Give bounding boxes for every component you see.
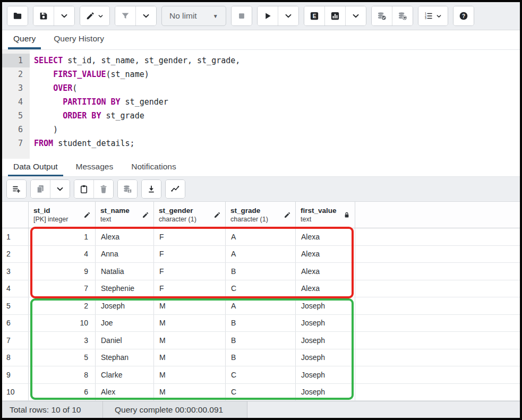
cell-st_gender[interactable]: F <box>154 280 226 297</box>
cell-st_name[interactable]: Alexa <box>96 228 154 245</box>
column-header-st_name[interactable]: st_nametext <box>96 202 154 228</box>
cell-st_grade[interactable]: A <box>226 246 296 263</box>
cell-first_value[interactable]: Alexa <box>296 246 355 263</box>
cell-st_gender[interactable]: M <box>154 297 226 314</box>
add-row-button[interactable] <box>7 180 26 198</box>
cell-st_id[interactable]: 7 <box>29 280 96 297</box>
delete-button[interactable] <box>93 180 113 198</box>
cell-first_value[interactable]: Joseph <box>296 384 355 401</box>
cell-first_value[interactable]: Joseph <box>296 315 355 332</box>
chevron-down-button[interactable] <box>50 180 70 198</box>
cell-st_name[interactable]: Joseph <box>96 297 154 314</box>
row-number-cell[interactable]: 3 <box>2 263 29 280</box>
cell-st_gender[interactable]: F <box>154 228 226 245</box>
chevron-down-button[interactable] <box>135 6 156 25</box>
rollback-button[interactable] <box>392 6 413 25</box>
chevron-down-button[interactable] <box>54 6 74 25</box>
sql-line[interactable]: OVER( <box>34 81 240 95</box>
cell-st_grade[interactable]: B <box>226 349 296 366</box>
sql-line[interactable]: ) <box>34 123 240 136</box>
row-number-cell[interactable]: 1 <box>2 228 29 245</box>
cell-st_grade[interactable]: C <box>226 384 296 401</box>
copy-button[interactable] <box>31 180 50 198</box>
cell-st_gender[interactable]: M <box>154 349 226 366</box>
row-number-cell[interactable]: 9 <box>2 366 29 383</box>
cell-first_value[interactable]: Alexa <box>296 280 355 297</box>
cell-first_value[interactable]: Joseph <box>296 297 355 314</box>
download-button[interactable] <box>142 180 161 198</box>
cell-st_name[interactable]: Anna <box>96 246 154 263</box>
cell-st_id[interactable]: 9 <box>29 263 96 280</box>
cell-st_name[interactable]: Natalia <box>96 263 154 280</box>
cell-st_name[interactable]: Clarke <box>96 366 154 383</box>
chart-line-button[interactable] <box>166 180 185 198</box>
cell-st_id[interactable]: 1 <box>29 228 96 245</box>
commit-button[interactable] <box>372 6 392 25</box>
cell-st_name[interactable]: Joe <box>96 315 154 332</box>
edit-button[interactable] <box>80 6 109 25</box>
cell-st_id[interactable]: 10 <box>29 315 96 332</box>
cell-st_id[interactable]: 3 <box>29 332 96 349</box>
help-button[interactable]: ? <box>453 6 474 25</box>
sql-line[interactable]: ORDER BY st_grade <box>34 109 240 123</box>
cell-st_id[interactable]: 2 <box>29 297 96 314</box>
cell-st_id[interactable]: 4 <box>29 246 96 263</box>
cell-first_value[interactable]: Alexa <box>296 228 355 245</box>
cell-st_id[interactable]: 6 <box>29 384 96 401</box>
sql-line[interactable]: FIRST_VALUE(st_name) <box>34 67 240 81</box>
row-limit-select[interactable]: No limit▼ <box>161 6 226 26</box>
cell-st_grade[interactable]: B <box>226 332 296 349</box>
column-header-st_grade[interactable]: st_gradecharacter (1) <box>226 202 296 228</box>
filter-button[interactable] <box>115 6 135 25</box>
stop-button[interactable] <box>232 6 252 25</box>
save-button[interactable] <box>33 6 54 25</box>
tab-query[interactable]: Query <box>8 30 41 49</box>
cell-st_gender[interactable]: M <box>154 384 226 401</box>
paste-button[interactable] <box>74 180 93 198</box>
cell-st_grade[interactable]: C <box>226 366 296 383</box>
macros-button[interactable]: 123 <box>418 6 448 25</box>
chevron-down-button[interactable] <box>278 6 298 25</box>
tab-query-history[interactable]: Query History <box>48 30 109 49</box>
cell-first_value[interactable]: Joseph <box>296 366 355 383</box>
cell-st_grade[interactable]: B <box>226 263 296 280</box>
tab-notifications[interactable]: Notifications <box>126 159 181 176</box>
cell-st_gender[interactable]: F <box>154 263 226 280</box>
column-header-first_value[interactable]: first_valuetext <box>296 202 355 228</box>
cell-st_grade[interactable]: B <box>226 315 296 332</box>
cell-st_id[interactable]: 8 <box>29 366 96 383</box>
cell-first_value[interactable]: Joseph <box>296 332 355 349</box>
cell-first_value[interactable]: Joseph <box>296 349 355 366</box>
explain-button[interactable]: E <box>304 6 324 25</box>
folder-open-button[interactable] <box>7 6 28 25</box>
explain-analyze-button[interactable] <box>324 6 345 25</box>
tab-messages[interactable]: Messages <box>71 159 119 176</box>
grid-corner-cell[interactable] <box>2 202 29 228</box>
tab-data-output[interactable]: Data Output <box>8 159 63 176</box>
sql-line[interactable]: SELECT st_id, st_name, st_gender, st_gra… <box>34 54 240 67</box>
cell-st_grade[interactable]: A <box>226 297 296 314</box>
cell-st_grade[interactable]: C <box>226 280 296 297</box>
column-header-st_gender[interactable]: st_gendercharacter (1) <box>154 202 226 228</box>
row-number-cell[interactable]: 4 <box>2 280 29 297</box>
cell-st_gender[interactable]: M <box>154 315 226 332</box>
sql-code[interactable]: SELECT st_id, st_name, st_gender, st_gra… <box>30 50 240 159</box>
cell-first_value[interactable]: Alexa <box>296 263 355 280</box>
row-number-cell[interactable]: 10 <box>2 384 29 401</box>
play-button[interactable] <box>258 6 278 25</box>
cell-st_name[interactable]: Stephenie <box>96 280 154 297</box>
row-number-cell[interactable]: 7 <box>2 332 29 349</box>
row-number-cell[interactable]: 2 <box>2 246 29 263</box>
sql-line[interactable]: PARTITION BY st_gender <box>34 95 240 109</box>
cell-st_grade[interactable]: A <box>226 228 296 245</box>
cell-st_gender[interactable]: F <box>154 246 226 263</box>
cell-st_name[interactable]: Alex <box>96 384 154 401</box>
sql-line[interactable]: FROM student_details; <box>34 136 240 150</box>
cell-st_gender[interactable]: M <box>154 366 226 383</box>
cell-st_name[interactable]: Stephan <box>96 349 154 366</box>
cell-st_gender[interactable]: M <box>154 332 226 349</box>
cell-st_id[interactable]: 5 <box>29 349 96 366</box>
save-data-button[interactable] <box>118 180 137 198</box>
chevron-down-button[interactable] <box>345 6 366 25</box>
cell-st_name[interactable]: Daniel <box>96 332 154 349</box>
